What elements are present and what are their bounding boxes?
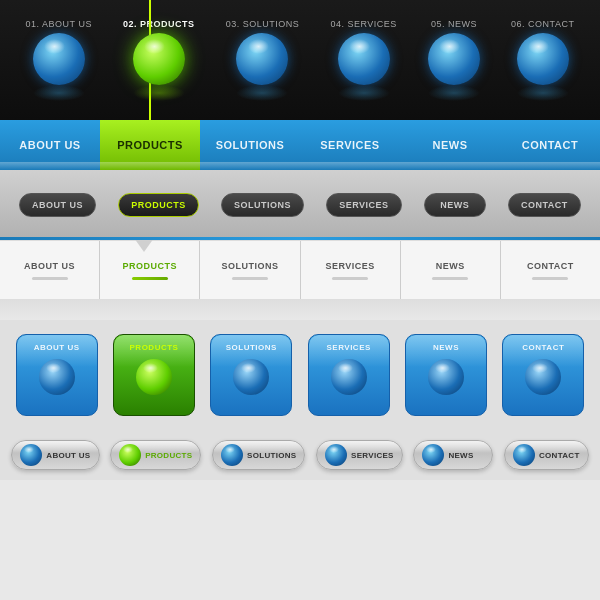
orb-reflection-news: [428, 85, 480, 101]
text-nav-reflection: [0, 300, 600, 320]
metal-orb-news: [422, 444, 444, 466]
text-nav-underline-products: [132, 277, 168, 280]
metal-pill-row: About Us Products Solutions Services New…: [0, 430, 600, 480]
metal-pill-label-solutions: Solutions: [247, 451, 296, 460]
metal-pill-services[interactable]: Services: [316, 440, 403, 470]
metal-pill-contact[interactable]: Contact: [504, 440, 589, 470]
sq-orb-news: [428, 359, 464, 395]
metal-orb-solutions: [221, 444, 243, 466]
text-nav-label-products: Products: [123, 261, 178, 271]
text-nav-underline-solutions: [232, 277, 268, 280]
text-nav-label-services: Services: [325, 261, 374, 271]
sq-orb-services: [331, 359, 367, 395]
orb-nav-item-products[interactable]: 02. Products: [123, 19, 195, 101]
pill-nav-contact[interactable]: Contact: [508, 193, 581, 217]
orb-reflection-services: [338, 85, 390, 101]
sq-btn-contact[interactable]: Contact: [502, 334, 584, 416]
sq-btn-news[interactable]: News: [405, 334, 487, 416]
metal-orb-about: [20, 444, 42, 466]
text-nav-label-contact: Contact: [527, 261, 574, 271]
metal-pill-products[interactable]: Products: [110, 440, 201, 470]
blue-nav-services[interactable]: Services: [300, 120, 400, 170]
orb-reflection-solutions: [236, 85, 288, 101]
pill-nav-services[interactable]: Services: [326, 193, 401, 217]
sq-btn-icon-services: [328, 356, 370, 398]
text-nav-contact[interactable]: Contact: [501, 241, 600, 299]
text-nav-label-about: About Us: [24, 261, 75, 271]
sq-btn-label-about: About Us: [34, 343, 80, 352]
orb-nav-label-about: 01. About Us: [26, 19, 92, 29]
sq-orb-solutions: [233, 359, 269, 395]
orb-nav-item-solutions[interactable]: 03. Solutions: [226, 19, 300, 101]
blue-nav-row: About Us Products Solutions Services New…: [0, 120, 600, 170]
sq-btn-icon-news: [425, 356, 467, 398]
text-nav-underline-contact: [532, 277, 568, 280]
sq-btn-services[interactable]: Services: [308, 334, 390, 416]
metal-pill-solutions[interactable]: Solutions: [212, 440, 305, 470]
metal-pill-about[interactable]: About Us: [11, 440, 99, 470]
orb-reflection-contact: [517, 85, 569, 101]
metal-pill-label-about: About Us: [46, 451, 90, 460]
orb-news[interactable]: [428, 33, 480, 85]
orb-nav-label-solutions: 03. Solutions: [226, 19, 300, 29]
orb-products[interactable]: [133, 33, 185, 85]
speech-bubble: [134, 238, 154, 252]
text-nav-news[interactable]: News: [401, 241, 501, 299]
text-nav-label-news: News: [436, 261, 465, 271]
orb-nav-label-services: 04. Services: [330, 19, 396, 29]
blue-nav-news[interactable]: News: [400, 120, 500, 170]
blue-nav-contact[interactable]: Contact: [500, 120, 600, 170]
sq-orb-products: [136, 359, 172, 395]
blue-nav-about[interactable]: About Us: [0, 120, 100, 170]
metal-pill-news[interactable]: News: [413, 440, 493, 470]
sq-btn-about[interactable]: About Us: [16, 334, 98, 416]
text-nav-row: About Us Products Solutions Services New…: [0, 240, 600, 300]
orb-solutions[interactable]: [236, 33, 288, 85]
orb-nav-item-news[interactable]: 05. News: [428, 19, 480, 101]
orb-nav-item-contact[interactable]: 06. Contact: [511, 19, 574, 101]
orb-nav-row: 01. About Us 02. Products 03. Solutions …: [0, 0, 600, 120]
orb-reflection-products: [133, 85, 185, 101]
orb-nav-label-news: 05. News: [431, 19, 477, 29]
metal-pill-label-news: News: [448, 451, 473, 460]
pill-nav-about[interactable]: About Us: [19, 193, 96, 217]
text-nav-about[interactable]: About Us: [0, 241, 100, 299]
sq-btn-products[interactable]: Products: [113, 334, 195, 416]
pill-nav-solutions[interactable]: Solutions: [221, 193, 304, 217]
pill-nav-products[interactable]: Products: [118, 193, 199, 217]
orb-nav-item-about[interactable]: 01. About Us: [26, 19, 92, 101]
text-nav-services[interactable]: Services: [301, 241, 401, 299]
metal-pill-label-contact: Contact: [539, 451, 580, 460]
sq-btn-label-solutions: Solutions: [226, 343, 277, 352]
orb-nav-label-products: 02. Products: [123, 19, 195, 29]
orb-nav-item-services[interactable]: 04. Services: [330, 19, 396, 101]
text-nav-underline-about: [32, 277, 68, 280]
metal-pill-label-services: Services: [351, 451, 394, 460]
orb-nav-label-contact: 06. Contact: [511, 19, 574, 29]
pill-nav-news[interactable]: News: [424, 193, 486, 217]
sq-btn-icon-about: [36, 356, 78, 398]
metal-orb-contact: [513, 444, 535, 466]
sq-btn-icon-products: [133, 356, 175, 398]
metal-pill-label-products: Products: [145, 451, 192, 460]
sq-btn-icon-contact: [522, 356, 564, 398]
pill-nav-row: About Us Products Solutions Services New…: [0, 170, 600, 240]
sq-btn-label-services: Services: [326, 343, 370, 352]
orb-contact[interactable]: [517, 33, 569, 85]
orb-reflection-about: [33, 85, 85, 101]
text-nav-label-solutions: Solutions: [221, 261, 278, 271]
text-nav-solutions[interactable]: Solutions: [200, 241, 300, 299]
blue-nav-solutions[interactable]: Solutions: [200, 120, 300, 170]
orb-about[interactable]: [33, 33, 85, 85]
metal-orb-services: [325, 444, 347, 466]
metal-orb-products: [119, 444, 141, 466]
sq-btn-label-contact: Contact: [522, 343, 564, 352]
sq-btn-label-news: News: [433, 343, 459, 352]
sq-btn-icon-solutions: [230, 356, 272, 398]
square-btn-row: About Us Products Solutions Services New…: [0, 320, 600, 430]
sq-btn-label-products: Products: [130, 343, 179, 352]
sq-orb-about: [39, 359, 75, 395]
blue-nav-products[interactable]: Products: [100, 120, 200, 170]
sq-btn-solutions[interactable]: Solutions: [210, 334, 292, 416]
orb-services[interactable]: [338, 33, 390, 85]
